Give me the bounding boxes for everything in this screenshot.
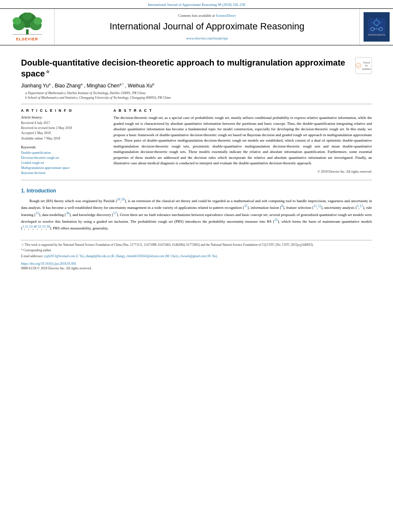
introduction-section: 1. Introduction Rough set (RS) theory wh… [21, 188, 372, 232]
authors-line: Jianhang Yua , Biao Zhanga , Minghao Che… [21, 82, 372, 89]
contents-available-text: Contents lists available at ScienceDirec… [178, 13, 236, 18]
keyword-5[interactable]: Bayesian decision [21, 171, 105, 176]
article-info-header: A R T I C L E I N F O [21, 108, 105, 113]
elsevier-logo-section: ELSEVIER [0, 9, 55, 45]
doi-link[interactable]: https://doi.org/10.1016/j.ijar.2018.05.0… [21, 262, 372, 266]
keywords-title: Keywords: [21, 145, 105, 149]
journal-url[interactable]: www.elsevier.com/locate/ijar [186, 36, 228, 40]
ref-5[interactable]: 5 [357, 204, 359, 208]
keywords-section: Keywords: Double-quantification Decision… [21, 145, 105, 176]
section-1-title: 1. Introduction [21, 188, 372, 194]
journal-title-section: Contents lists available at ScienceDirec… [55, 9, 359, 45]
sciencedirect-link[interactable]: ScienceDirect [216, 13, 236, 18]
ref-57[interactable]: 57 [113, 211, 117, 215]
elsevier-label: ELSEVIER [16, 37, 38, 41]
article-title-section: Double-quantitative decision-theoretic a… [21, 57, 372, 79]
elsevier-tree-icon [8, 13, 46, 37]
main-content: Double-quantitative decision-theoretic a… [0, 45, 393, 274]
received-date: Received 4 July 2017 [21, 121, 105, 125]
keyword-2[interactable]: Decision-theoretic rough set [21, 155, 105, 161]
page: International Journal of Approximate Rea… [0, 0, 393, 532]
ref-36[interactable]: 36 [66, 211, 69, 215]
article-title: Double-quantitative decision-theoretic a… [21, 57, 350, 79]
article-info-column: A R T I C L E I N F O Article history: R… [21, 108, 105, 176]
ref-52[interactable]: 52 [38, 225, 41, 229]
abstract-text: The decision-theoretic rough set, as a s… [113, 115, 372, 166]
copyright-line: © 2018 Elsevier Inc. All rights reserved… [113, 170, 372, 174]
accepted-date: Accepted 2 May 2018 [21, 131, 105, 135]
footnote-emails: E-mail addresses: yujh2013@foxmail.com (… [21, 254, 372, 259]
issn-text: 0888-613X/© 2018 Elsevier Inc. All right… [21, 266, 92, 270]
divider-2 [21, 180, 372, 180]
received-revised-date: Received in revised form 2 May 2018 [21, 126, 105, 130]
journal-reference-bar: International Journal of Approximate Rea… [0, 0, 393, 8]
approximate-journal-badge: APPROXIMATE [364, 12, 390, 42]
ref-15[interactable]: 15 [36, 211, 39, 215]
keyword-4[interactable]: Multigranulation approximate space [21, 166, 105, 171]
footnote-corresponding: * Corresponding author. [21, 248, 372, 253]
affiliation-2: b School of Mathematics and Statistics, … [21, 96, 372, 100]
journal-badge-section: APPROXIMATE [359, 9, 393, 45]
keyword-1[interactable]: Double-quantification [21, 150, 105, 155]
doi-section: https://doi.org/10.1016/j.ijar.2018.05.0… [21, 262, 372, 270]
ref-21[interactable]: 21 [25, 225, 28, 229]
affiliation-1: a Department of Mathematics, Harbin Inst… [21, 91, 372, 95]
ref-17[interactable]: 17 [359, 204, 363, 208]
ref-37[interactable]: 37 [244, 204, 248, 208]
svg-text:APPROXIMATE: APPROXIMATE [368, 34, 385, 36]
svg-point-4 [13, 17, 21, 25]
journal-reference-text: International Journal of Approximate Rea… [148, 3, 245, 7]
ref-24[interactable]: 24 [117, 198, 120, 201]
check-for-updates-badge: Check for updates [355, 57, 372, 74]
footnote-section: ☆ This work is supported by the National… [21, 240, 372, 271]
ref-12[interactable]: 12 [318, 204, 321, 208]
star-footnote-marker: ☆ [45, 69, 50, 74]
journal-header: ELSEVIER Contents lists available at Sci… [0, 8, 393, 45]
svg-point-5 [34, 17, 42, 25]
ref-1[interactable]: 1 [22, 225, 24, 229]
journal-title: International Journal of Approximate Rea… [110, 21, 305, 32]
keyword-3[interactable]: Graded rough set [21, 161, 105, 166]
ref-53[interactable]: 53 [42, 225, 45, 229]
article-history-title: Article history: [21, 115, 105, 119]
intro-paragraph-1: Rough set (RS) theory which was originat… [21, 197, 372, 232]
svg-point-19 [356, 63, 361, 68]
divider-1 [21, 104, 372, 104]
ref-8[interactable]: 8 [281, 204, 283, 208]
ref-59[interactable]: 59 [47, 225, 50, 229]
badge-icon: APPROXIMATE [366, 16, 387, 37]
footnote-email-addresses: yujh2013@foxmail.com (J. Yu), zhangh@hit… [44, 254, 218, 258]
ref-11[interactable]: 11 [314, 204, 317, 208]
footnote-star: ☆ This work is supported by the National… [21, 243, 372, 248]
abstract-column: A B S T R A C T The decision-theoretic r… [113, 108, 372, 176]
abstract-header: A B S T R A C T [113, 108, 372, 113]
check-updates-icon [356, 60, 361, 71]
article-info-abstract-section: A R T I C L E I N F O Article history: R… [21, 108, 372, 176]
ref-40[interactable]: 40 [34, 225, 37, 229]
svg-rect-0 [26, 29, 29, 34]
ref-26[interactable]: 26 [121, 198, 124, 201]
ref-23[interactable]: 23 [29, 225, 33, 229]
available-online-date: Available online 7 May 2018 [21, 136, 105, 141]
ref-25[interactable]: 25 [274, 218, 278, 222]
